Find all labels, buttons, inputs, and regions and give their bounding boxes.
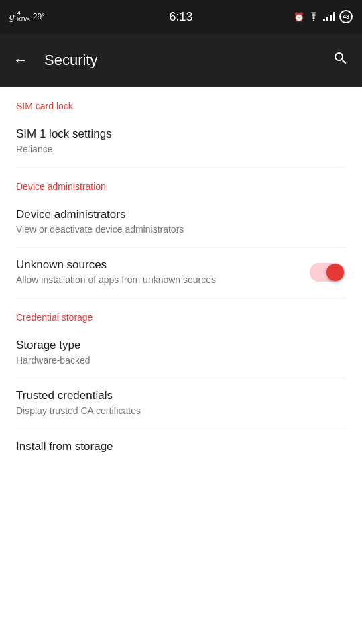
data-speed-info: 4 KB/s	[17, 10, 30, 23]
app-bar: ← Security	[0, 34, 362, 87]
setting-item-title-trusted-credentials: Trusted credentials	[16, 389, 346, 402]
toggle-thumb-unknown-sources	[326, 264, 344, 281]
setting-item-text-storage-type: Storage type Hardware-backed	[16, 339, 346, 368]
setting-item-subtitle-trusted-credentials: Display trusted CA certificates	[16, 405, 346, 418]
status-bar-left: g 4 KB/s 29°	[9, 10, 45, 23]
setting-item-trusted-credentials[interactable]: Trusted credentials Display trusted CA c…	[0, 378, 362, 429]
content: SIM card lock SIM 1 lock settings Relian…	[0, 87, 362, 466]
data-unit: KB/s	[17, 17, 30, 23]
setting-item-title-storage-type: Storage type	[16, 339, 346, 352]
signal-icon	[323, 12, 335, 21]
setting-item-text-device-administrators: Device administrators View or deactivate…	[16, 208, 346, 237]
svg-point-0	[313, 20, 314, 21]
toggle-container-unknown-sources	[308, 263, 346, 282]
wifi-icon	[308, 12, 319, 21]
setting-item-title-sim1-lock: SIM 1 lock settings	[16, 127, 346, 141]
g-icon: g	[9, 11, 15, 22]
section-header-device-administration: Device administration	[0, 168, 362, 197]
temperature: 29°	[33, 12, 45, 21]
status-bar: g 4 KB/s 29° 6:13 ⏰ 48	[0, 0, 362, 34]
setting-item-device-administrators[interactable]: Device administrators View or deactivate…	[0, 197, 362, 248]
setting-item-storage-type[interactable]: Storage type Hardware-backed	[0, 328, 362, 378]
setting-item-subtitle-storage-type: Hardware-backed	[16, 354, 346, 368]
search-icon	[333, 50, 349, 66]
alarm-icon: ⏰	[294, 12, 304, 22]
section-header-credential-storage: Credential storage	[0, 299, 362, 328]
setting-item-sim1-lock[interactable]: SIM 1 lock settings Reliance	[0, 117, 362, 167]
setting-item-title-device-administrators: Device administrators	[16, 208, 346, 221]
setting-item-text-trusted-credentials: Trusted credentials Display trusted CA c…	[16, 389, 346, 418]
app-bar-left: ← Security	[13, 52, 97, 69]
app-bar-title: Security	[44, 52, 97, 69]
toggle-unknown-sources[interactable]	[310, 263, 345, 282]
setting-item-subtitle-unknown-sources: Allow installation of apps from unknown …	[16, 274, 308, 287]
setting-item-text-sim1-lock: SIM 1 lock settings Reliance	[16, 127, 346, 156]
section-header-sim-card-lock: SIM card lock	[0, 87, 362, 117]
setting-item-unknown-sources[interactable]: Unknown sources Allow installation of ap…	[0, 248, 362, 298]
back-button[interactable]: ←	[13, 52, 28, 69]
setting-item-text-install-from-storage: Install from storage	[16, 440, 346, 455]
status-time: 6:13	[169, 10, 192, 24]
battery-level: 48	[339, 10, 353, 23]
status-bar-right: ⏰ 48	[294, 10, 353, 23]
setting-item-text-unknown-sources: Unknown sources Allow installation of ap…	[16, 258, 308, 287]
setting-item-install-from-storage[interactable]: Install from storage	[0, 429, 362, 466]
setting-item-subtitle-device-administrators: View or deactivate device administrators	[16, 223, 346, 237]
setting-item-title-unknown-sources: Unknown sources	[16, 258, 308, 272]
setting-item-title-install-from-storage: Install from storage	[16, 440, 346, 453]
setting-item-subtitle-sim1-lock: Reliance	[16, 143, 346, 156]
search-button[interactable]	[333, 50, 349, 70]
